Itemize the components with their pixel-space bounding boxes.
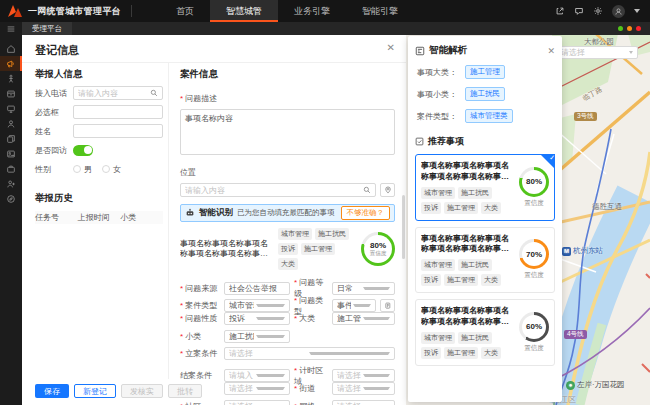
recommend-card-1[interactable]: 事项名称事项名称事项名称事项名称事项名称事项名称事...城市管理施工扰民投诉施工…: [415, 227, 555, 294]
scrollbar[interactable]: [402, 195, 405, 259]
confidence-donut: 80% 置信度: [361, 232, 395, 266]
archive-icon[interactable]: [0, 86, 22, 101]
tab-accept-platform[interactable]: 受理平台: [22, 22, 72, 35]
gender-radio-female[interactable]: 女: [102, 164, 121, 175]
briefcase-icon[interactable]: [0, 161, 22, 176]
locate-button[interactable]: [380, 183, 395, 197]
新登记-button[interactable]: 新登记: [74, 384, 116, 398]
nav-item-0[interactable]: 首页: [160, 0, 210, 22]
search-icon[interactable]: [150, 89, 158, 97]
field-label-立案条件: 立案条件: [180, 348, 220, 359]
revisit-toggle[interactable]: [73, 145, 93, 156]
required-box-label: 必选框: [35, 107, 73, 118]
left-sidebar: [0, 22, 22, 405]
doc-button[interactable]: [380, 299, 395, 312]
field-label-网格: 网格: [294, 401, 328, 405]
close-icon[interactable]: ✕: [387, 42, 395, 53]
status-dots: [618, 26, 650, 31]
user-icon[interactable]: [0, 116, 22, 131]
name-input[interactable]: [73, 124, 163, 138]
chevron-down-icon: [363, 374, 391, 377]
section-title-history: 举报历史: [35, 192, 163, 205]
menu-toggle-icon[interactable]: [0, 22, 22, 35]
ai-attr-label-2: 案件类型：: [417, 111, 465, 122]
nav-item-3[interactable]: 智能引擎: [346, 0, 414, 22]
select-6-0[interactable]: 请选择: [224, 382, 290, 395]
matched-tag-4: 大类: [278, 258, 298, 270]
copy-icon[interactable]: [0, 131, 22, 146]
matched-tag-1: 施工扰民: [315, 228, 349, 240]
history-col-2: 小类: [120, 212, 163, 223]
person-walk-icon[interactable]: [0, 71, 22, 86]
select-7-1[interactable]: 请选择: [332, 400, 395, 405]
select-1-0[interactable]: 城市管理类: [224, 299, 290, 312]
message-icon[interactable]: [574, 6, 584, 16]
select-5-1[interactable]: 请选择: [332, 369, 395, 382]
nav-item-1[interactable]: 智慧城管: [210, 0, 278, 22]
chevron-down-icon: [256, 304, 285, 307]
select-2-1[interactable]: 施工管理: [332, 312, 395, 325]
recommend-cards: ✓事项名称事项名称事项名称事项名称事项名称事项名称事...城市管理施工扰民投诉施…: [415, 154, 555, 366]
required-box-row: 必选框: [35, 105, 163, 119]
nav-item-2[interactable]: 业务引擎: [278, 0, 346, 22]
matched-item[interactable]: 事项名称事项名称事项名称事项名称事项名称事项名称事... 城市管理施工扰民投诉施…: [180, 228, 395, 270]
user-plus-icon[interactable]: [0, 176, 22, 191]
selected-check-ribbon: ✓: [540, 154, 555, 169]
保存-button[interactable]: 保存: [35, 384, 69, 398]
description-textarea[interactable]: 事项名称内容: [180, 109, 395, 155]
name-label: 姓名: [35, 126, 73, 137]
external-link-icon[interactable]: [555, 6, 565, 16]
field-label-问题来源: 问题来源: [180, 283, 220, 294]
ai-attr-value-2[interactable]: 城市管理类: [465, 109, 513, 123]
confidence-label: 置信度: [524, 344, 544, 353]
chevron-down-icon: [363, 287, 391, 290]
location-row: 请输入内容: [180, 183, 395, 197]
close-icon[interactable]: ✕: [547, 46, 555, 56]
select-2-0[interactable]: 投诉: [224, 312, 290, 325]
recommend-card-0[interactable]: ✓事项名称事项名称事项名称事项名称事项名称事项名称事...城市管理施工扰民投诉施…: [415, 154, 555, 221]
location-input[interactable]: 请输入内容: [180, 183, 376, 197]
radio-icon: [102, 165, 110, 173]
select-4-0[interactable]: 请选择: [224, 347, 395, 360]
gender-radio-male[interactable]: 男: [73, 164, 92, 175]
not-accurate-button[interactable]: 不够准确？: [341, 206, 391, 220]
banner-title: 智能识别: [199, 207, 233, 219]
home-icon[interactable]: [0, 41, 22, 56]
select-6-1[interactable]: 请选择: [332, 382, 395, 395]
brand-title: 一网统管城市管理平台: [28, 5, 121, 18]
gender-label: 性别: [35, 164, 73, 175]
phone-row: 接入电话 请输入内容: [35, 86, 163, 100]
select-3-0[interactable]: 施工扰民: [224, 330, 290, 343]
select-1-1[interactable]: 事件: [332, 299, 376, 312]
select-0-1[interactable]: 日常: [332, 282, 395, 295]
card-0-tag-3: 施工管理: [444, 202, 478, 214]
registration-panel: 登记信息 ✕ 举报人信息 接入电话 请输入内容 必选框 姓名 是否回访 性别 男…: [22, 35, 406, 405]
required-box-input[interactable]: [73, 105, 163, 119]
select-5-0[interactable]: 请填入: [224, 369, 290, 382]
compass-icon[interactable]: [0, 191, 22, 206]
desc-label: 问题描述: [180, 94, 217, 103]
caret-down-icon[interactable]: [634, 9, 640, 13]
map-filter-select[interactable]: 请选择: [556, 46, 638, 59]
user-avatar[interactable]: [612, 5, 625, 18]
megaphone-icon[interactable]: [0, 56, 22, 71]
ai-attr-value-0[interactable]: 施工管理: [465, 65, 505, 79]
recommend-card-2[interactable]: 事项名称事项名称事项名称事项名称事项名称事项名称事...城市管理施工扰民投诉施工…: [415, 299, 555, 366]
settings-icon[interactable]: [593, 6, 603, 16]
monitor-icon[interactable]: [0, 101, 22, 116]
card-1-tag-0: 城市管理: [421, 259, 455, 271]
select-7-0[interactable]: 请选择: [224, 400, 290, 405]
image-icon[interactable]: [0, 146, 22, 161]
phone-input[interactable]: 请输入内容: [73, 86, 163, 100]
card-1-tag-4: 大类: [481, 274, 501, 286]
ai-attr-value-1[interactable]: 施工扰民: [465, 87, 505, 101]
chevron-down-icon: [353, 304, 371, 307]
case-info-section: 案件信息 问题描述 事项名称内容 位置 请输入内容 智能识别 已为您自动填充最匹…: [180, 68, 395, 405]
recommend-header: 推荐事项: [415, 135, 555, 148]
map-label-place: 德胜互通: [592, 202, 622, 212]
search-icon[interactable]: [363, 186, 371, 194]
confidence-label: 置信度: [524, 271, 544, 280]
confidence-donut: 60%: [519, 312, 549, 342]
ai-attr-row-2: 案件类型：城市管理类: [415, 109, 555, 123]
input-0-0[interactable]: 社会公告举报: [224, 282, 290, 295]
